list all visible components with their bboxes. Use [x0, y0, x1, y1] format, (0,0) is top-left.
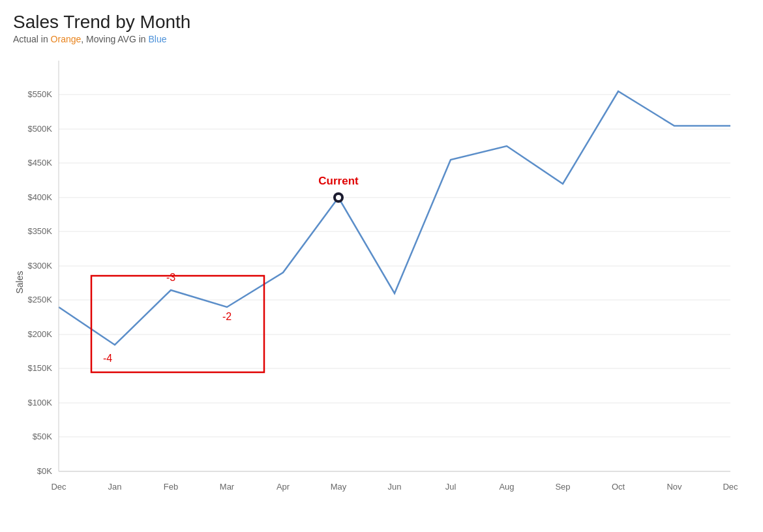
svg-text:Dec: Dec: [51, 482, 67, 492]
svg-text:Sep: Sep: [555, 482, 570, 492]
subtitle-mid: , Moving AVG in: [81, 34, 148, 44]
svg-text:$100K: $100K: [27, 398, 52, 407]
svg-text:$50K: $50K: [33, 432, 53, 441]
chart-container: Sales Trend by Month Actual in Orange, M…: [0, 0, 763, 532]
current-dot-inner: [336, 195, 341, 200]
svg-text:$400K: $400K: [27, 192, 52, 202]
svg-text:May: May: [331, 482, 347, 492]
svg-text:$500K: $500K: [27, 124, 52, 134]
subtitle-avg: Blue: [149, 34, 167, 44]
svg-text:Feb: Feb: [164, 482, 178, 492]
chart-svg: $0K $50K $100K $150K $200K $250K $300K: [13, 51, 743, 507]
chart-subtitle: Actual in Orange, Moving AVG in Blue: [13, 34, 743, 44]
svg-text:$150K: $150K: [27, 363, 52, 373]
svg-text:$300K: $300K: [27, 261, 52, 271]
svg-text:$0K: $0K: [37, 466, 52, 476]
svg-text:Jul: Jul: [445, 482, 456, 492]
svg-text:$200K: $200K: [27, 329, 52, 339]
svg-text:Jun: Jun: [388, 482, 402, 492]
svg-text:Oct: Oct: [612, 482, 625, 492]
svg-text:$250K: $250K: [27, 295, 52, 304]
label-current: Current: [318, 175, 359, 187]
label-neg4: -4: [103, 353, 112, 364]
svg-text:$450K: $450K: [27, 158, 52, 168]
svg-text:Nov: Nov: [666, 482, 682, 492]
svg-text:Aug: Aug: [499, 482, 514, 492]
svg-text:Jan: Jan: [108, 482, 122, 492]
y-axis-grid: $0K $50K $100K $150K $200K $250K $300K: [27, 89, 730, 476]
x-axis-labels: Dec Jan Feb Mar Apr May Jun Jul Aug Sep …: [51, 482, 738, 492]
chart-title: Sales Trend by Month: [13, 12, 743, 33]
svg-text:Mar: Mar: [220, 482, 235, 492]
y-axis-label: Sales: [14, 271, 25, 293]
svg-text:$350K: $350K: [27, 226, 52, 236]
chart-area: $0K $50K $100K $150K $200K $250K $300K: [13, 51, 743, 507]
label-neg3: -3: [166, 272, 175, 283]
subtitle-actual: Orange: [51, 34, 82, 44]
svg-text:Apr: Apr: [277, 482, 290, 492]
svg-text:Dec: Dec: [723, 482, 738, 492]
red-box-annotation: [91, 276, 264, 372]
subtitle-prefix: Actual in: [13, 34, 51, 44]
label-neg2: -2: [222, 311, 232, 322]
svg-text:$550K: $550K: [27, 89, 52, 99]
